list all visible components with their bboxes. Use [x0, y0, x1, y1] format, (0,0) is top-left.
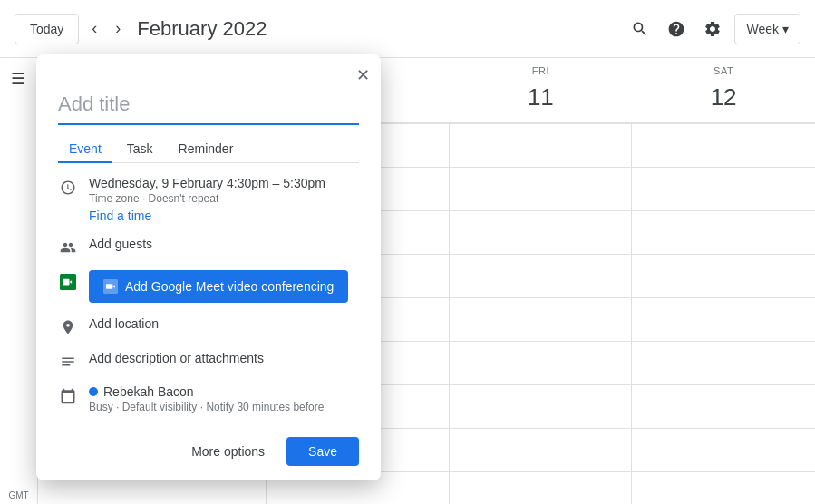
svg-rect-3 [106, 284, 112, 288]
event-title-input[interactable] [58, 89, 359, 125]
timezone-text: Time zone · Doesn't repeat [89, 192, 359, 205]
gmt-label: GMT [0, 487, 37, 504]
calendar-info: Rebekah Bacon Busy · Default visibility … [89, 384, 359, 413]
calendar-owner-name: Rebekah Bacon [103, 384, 194, 399]
add-guests-label: Add guests [89, 237, 152, 251]
close-button[interactable]: ✕ [353, 62, 374, 89]
settings-button[interactable] [698, 15, 727, 44]
calendar-sub-info: Busy · Default visibility · Notify 30 mi… [89, 401, 359, 413]
day-header-fri: FRI 11 [450, 58, 633, 125]
more-options-button[interactable]: More options [177, 437, 279, 466]
modal-header: ✕ [36, 54, 381, 89]
left-sidebar: ☰ GMT [0, 58, 38, 504]
calendar-name-row: Rebekah Bacon [89, 384, 359, 399]
add-meet-button[interactable]: Add Google Meet video conferencing [89, 270, 348, 303]
month-title: February 2022 [137, 17, 618, 41]
people-icon [58, 237, 78, 257]
menu-icon[interactable]: ☰ [0, 58, 37, 100]
event-type-tabs: Event Task Reminder [58, 136, 359, 163]
calendar-row: Rebekah Bacon Busy · Default visibility … [58, 384, 359, 413]
clock-icon [58, 178, 78, 198]
datetime-row: Wednesday, 9 February 4:30pm – 5:30pm Ti… [58, 176, 359, 223]
top-icons: Week ▾ [626, 14, 800, 44]
tab-task[interactable]: Task [116, 136, 164, 163]
meet-content: Add Google Meet video conferencing [89, 270, 359, 303]
add-location-label: Add location [89, 316, 159, 331]
find-time-link[interactable]: Find a time [89, 208, 359, 223]
week-view-button[interactable]: Week ▾ [734, 14, 800, 44]
location-content[interactable]: Add location [89, 315, 359, 332]
meet-btn-label: Add Google Meet video conferencing [125, 279, 334, 294]
description-row: Add description or attachments [58, 350, 359, 372]
tab-event[interactable]: Event [58, 136, 112, 163]
help-button[interactable] [662, 15, 691, 44]
add-guests-content[interactable]: Add guests [89, 236, 359, 252]
save-button[interactable]: Save [286, 437, 359, 466]
description-content[interactable]: Add description or attachments [89, 350, 359, 366]
description-icon [58, 352, 78, 372]
tab-reminder[interactable]: Reminder [168, 136, 245, 163]
meet-icon-container [58, 272, 78, 292]
calendar-icon [58, 386, 78, 406]
gear-icon [703, 20, 722, 38]
location-icon [58, 317, 78, 337]
modal-footer: More options Save [36, 426, 381, 466]
svg-rect-1 [63, 279, 70, 286]
calendar-color-dot [89, 387, 98, 396]
datetime-text[interactable]: Wednesday, 9 February 4:30pm – 5:30pm [89, 176, 359, 190]
search-button[interactable] [626, 15, 655, 44]
datetime-content: Wednesday, 9 February 4:30pm – 5:30pm Ti… [89, 176, 359, 223]
location-row: Add location [58, 315, 359, 337]
day-col-sat[interactable] [632, 123, 815, 504]
modal-body: Event Task Reminder Wednesday, 9 Februar… [36, 89, 381, 413]
meet-btn-icon [103, 279, 118, 294]
next-button[interactable]: › [110, 15, 126, 42]
event-creation-modal: ✕ Event Task Reminder Wednesday, 9 Febru… [36, 54, 381, 480]
day-header-sat: SAT 12 [632, 58, 815, 125]
top-bar: Today ‹ › February 2022 Week ▾ [0, 0, 815, 58]
add-guests-row: Add guests [58, 236, 359, 257]
meet-row: Add Google Meet video conferencing [58, 270, 359, 303]
meet-logo-icon [60, 274, 76, 290]
day-col-fri[interactable] [450, 123, 633, 504]
today-button[interactable]: Today [15, 14, 79, 44]
add-desc-label: Add description or attachments [89, 351, 264, 365]
search-icon [631, 20, 649, 38]
prev-button[interactable]: ‹ [86, 15, 102, 42]
help-icon [667, 20, 685, 38]
